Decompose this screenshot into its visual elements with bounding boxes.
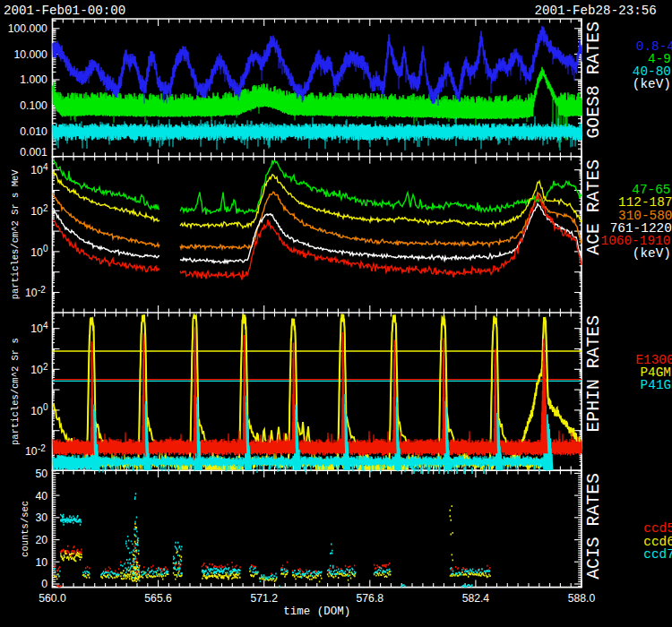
svg-text:counts/sec: counts/sec (20, 501, 30, 557)
svg-text:571.2: 571.2 (250, 592, 278, 605)
svg-text:10: 10 (30, 205, 43, 218)
svg-text:particles/cm^2 Sr s: particles/cm^2 Sr s (11, 338, 22, 445)
svg-text:30: 30 (35, 511, 47, 524)
svg-text:EPHIN RATES: EPHIN RATES (584, 315, 604, 433)
svg-text:565.6: 565.6 (144, 592, 172, 605)
svg-text:560.0: 560.0 (39, 592, 66, 605)
svg-text:2001-Feb28-23:56: 2001-Feb28-23:56 (535, 4, 657, 18)
svg-text:0.100: 0.100 (20, 99, 47, 112)
svg-text:(keV): (keV) (633, 246, 671, 261)
svg-text:10: 10 (30, 164, 43, 176)
svg-text:2001-Feb01-00:00: 2001-Feb01-00:00 (4, 4, 125, 18)
svg-text:GOES8 RATES: GOES8 RATES (584, 21, 604, 139)
svg-text:40: 40 (35, 490, 47, 502)
svg-text:4: 4 (43, 321, 48, 331)
svg-text:10: 10 (25, 445, 38, 458)
svg-text:100.000: 100.000 (8, 22, 47, 35)
svg-text:0.001: 0.001 (20, 146, 47, 159)
svg-text:2: 2 (43, 203, 48, 213)
svg-text:0.010: 0.010 (20, 125, 47, 138)
svg-text:P41GM: P41GM (641, 378, 672, 392)
svg-text:20: 20 (35, 534, 47, 546)
svg-text:particles/cm^2 Sr s MeV: particles/cm^2 Sr s MeV (11, 169, 22, 300)
svg-text:10: 10 (30, 364, 43, 376)
svg-text:2: 2 (43, 362, 48, 372)
svg-text:10: 10 (35, 556, 47, 569)
svg-text:ACIS RATES: ACIS RATES (584, 473, 604, 580)
svg-text:576.8: 576.8 (357, 592, 384, 605)
svg-text:-2: -2 (38, 285, 46, 295)
svg-text:588.0: 588.0 (568, 592, 596, 605)
svg-text:10: 10 (30, 322, 43, 335)
svg-text:time (DOM): time (DOM) (283, 606, 350, 618)
svg-text:1.000: 1.000 (20, 73, 47, 86)
svg-text:0: 0 (43, 244, 48, 253)
svg-text:10.000: 10.000 (14, 48, 47, 61)
svg-text:-2: -2 (38, 443, 46, 453)
svg-text:10: 10 (30, 246, 43, 259)
svg-text:582.4: 582.4 (462, 592, 490, 605)
svg-text:10: 10 (30, 405, 43, 417)
svg-text:4: 4 (43, 162, 48, 172)
svg-text:0: 0 (41, 578, 47, 590)
svg-text:10: 10 (25, 287, 38, 299)
svg-text:ccd7: ccd7 (643, 547, 672, 562)
svg-text:(keV): (keV) (633, 77, 671, 91)
svg-text:0: 0 (43, 402, 48, 412)
svg-text:50: 50 (35, 468, 47, 480)
